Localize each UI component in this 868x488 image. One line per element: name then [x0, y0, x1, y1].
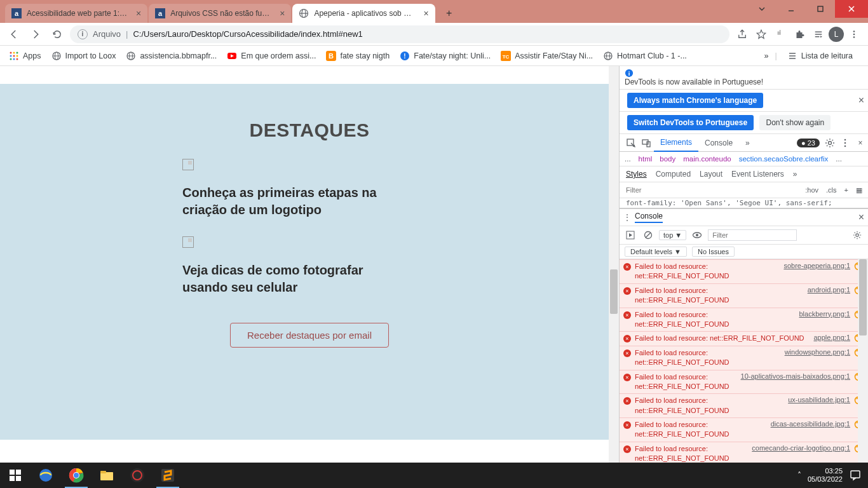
error-source-link[interactable]: android.png:1 — [808, 286, 850, 294]
error-source-link[interactable]: dicas-acessibilidade.jpg:1 — [771, 420, 850, 428]
subtab-computed[interactable]: Computed — [656, 170, 691, 179]
bookmark-apps[interactable]: Apps — [5, 48, 45, 64]
error-source-link[interactable]: apple.png:1 — [814, 334, 851, 341]
cls-toggle[interactable]: .cls — [824, 186, 839, 194]
close-window-button[interactable] — [835, 0, 868, 18]
bookmark-item[interactable]: Hotmart Club - 1 -... — [599, 48, 691, 64]
styles-filter-input[interactable] — [623, 184, 799, 196]
caret-down-icon[interactable] — [747, 0, 776, 18]
bookmark-item[interactable]: TC Assistir Fate/Stay Ni... — [497, 48, 597, 64]
tab-2[interactable]: a Arquivos CSS não estão funciona × — [149, 4, 291, 23]
device-icon[interactable] — [639, 138, 654, 148]
clock[interactable]: 03:25 05/03/2022 — [808, 467, 843, 484]
ie-icon[interactable] — [31, 463, 61, 488]
console-filter-input[interactable] — [708, 229, 797, 241]
breadcrumb-body[interactable]: body — [660, 155, 675, 163]
new-tab-button[interactable]: + — [440, 4, 458, 22]
avatar[interactable]: L — [829, 27, 844, 42]
error-source-link[interactable]: windowsphone.png:1 — [785, 348, 850, 356]
maximize-button[interactable] — [806, 0, 835, 18]
error-source-link[interactable]: sobre-apeperia.png:1 — [783, 262, 850, 269]
console-title[interactable]: Console — [635, 212, 663, 223]
subscribe-button[interactable]: Receber destaques por email — [230, 323, 389, 348]
share-icon[interactable] — [733, 25, 751, 43]
bookmark-item[interactable]: assistencia.bbmapfr... — [122, 48, 220, 64]
inspect-icon[interactable] — [623, 138, 639, 148]
sublime-icon[interactable] — [153, 463, 183, 488]
chrome-icon[interactable] — [61, 463, 92, 488]
extensions-icon[interactable] — [771, 25, 789, 43]
bookmark-item[interactable]: Em que ordem assi... — [223, 48, 320, 64]
box-icon[interactable]: ▦ — [854, 186, 864, 194]
error-badge[interactable]: ● 23 — [797, 139, 820, 147]
scrollbar-thumb[interactable] — [610, 269, 618, 314]
breadcrumb-ellipsis[interactable]: ... — [625, 155, 631, 163]
page-scrollbar[interactable] — [609, 66, 619, 463]
clear-icon[interactable] — [641, 228, 655, 242]
more-icon[interactable] — [837, 138, 853, 148]
scrollbar-thumb[interactable] — [859, 259, 867, 336]
back-button[interactable] — [5, 25, 23, 43]
console-scrollbar[interactable] — [858, 259, 868, 463]
bookmark-item[interactable]: ! Fate/stay night: Unli... — [396, 48, 494, 64]
issues-button[interactable]: No Issues — [692, 247, 735, 257]
plus-icon[interactable]: + — [843, 186, 850, 194]
tab-elements[interactable]: Elements — [654, 134, 698, 152]
error-icon: × — [623, 445, 631, 453]
bookmark-item[interactable]: Import to Loox — [48, 48, 120, 64]
close-icon[interactable]: × — [853, 139, 868, 147]
favicon-a: a — [155, 8, 165, 18]
close-icon[interactable]: × — [858, 95, 864, 106]
more-icon[interactable]: ⋮ — [623, 213, 631, 222]
start-button[interactable] — [0, 463, 31, 488]
error-source-link[interactable]: 10-aplicativos-mais-baixados.png:1 — [741, 372, 850, 380]
gear-icon[interactable] — [850, 228, 864, 242]
chevron-right-icon[interactable]: » — [764, 51, 768, 60]
hov-toggle[interactable]: :hov — [803, 186, 820, 194]
close-icon[interactable]: × — [423, 8, 428, 18]
tab-1[interactable]: a Acessibilidade web parte 1: torna × — [5, 4, 147, 23]
card-heading: Veja dicas de como fotografar usando seu… — [182, 262, 392, 296]
tab-console[interactable]: Console — [698, 134, 739, 152]
chevron-right-icon[interactable]: » — [739, 134, 756, 152]
puzzle-icon[interactable] — [790, 25, 808, 43]
tab-3-active[interactable]: Apeperia - aplicativos sob medid × — [292, 4, 435, 23]
reading-list-link[interactable]: Lista de leitura — [783, 48, 857, 64]
explorer-icon[interactable] — [92, 463, 122, 488]
subtab-listeners[interactable]: Event Listeners — [731, 170, 784, 179]
subtab-styles[interactable]: Styles — [626, 170, 647, 179]
bookmark-item[interactable]: B fate stay nigth — [322, 48, 393, 64]
error-source-link[interactable]: ux-usabilidade.jpg:1 — [788, 396, 850, 403]
error-source-link[interactable]: comecando-criar-logotipo.png:1 — [752, 444, 850, 452]
eye-icon[interactable] — [690, 228, 704, 242]
star-icon[interactable] — [752, 25, 770, 43]
context-select[interactable]: top ▼ — [659, 230, 686, 240]
reload-button[interactable] — [48, 25, 66, 43]
reading-list-icon[interactable] — [810, 25, 827, 43]
error-source-link[interactable]: blackberry.png:1 — [799, 310, 850, 318]
close-icon[interactable]: × — [136, 8, 141, 18]
subtab-layout[interactable]: Layout — [700, 170, 722, 179]
switch-language-button[interactable]: Switch DevTools to Portuguese — [627, 115, 754, 130]
close-icon[interactable]: × — [280, 8, 285, 18]
breadcrumb-section[interactable]: section.secaoSobre.clearfix — [739, 155, 829, 163]
menu-icon[interactable] — [845, 25, 863, 43]
match-language-button[interactable]: Always match Chrome's language — [627, 93, 763, 108]
notification-icon[interactable] — [849, 469, 862, 482]
breadcrumb-html[interactable]: html — [639, 155, 653, 163]
breadcrumb-main[interactable]: main.conteudo — [683, 155, 731, 163]
tray-chevron-icon[interactable]: ˄ — [797, 471, 801, 480]
app-icon[interactable] — [122, 463, 153, 488]
close-icon[interactable]: × — [858, 212, 864, 223]
chevron-right-icon[interactable]: » — [793, 170, 797, 179]
breadcrumb-ellipsis[interactable]: ... — [836, 155, 842, 163]
levels-select[interactable]: Default levels ▼ — [625, 247, 687, 257]
forward-button[interactable] — [27, 25, 44, 43]
svg-text:B: B — [329, 52, 334, 60]
url-field[interactable]: i Arquivo | C:/Users/Lauro/Desktop/Curso… — [70, 25, 729, 43]
play-icon[interactable] — [623, 228, 637, 242]
dont-show-button[interactable]: Don't show again — [759, 115, 831, 130]
info-icon[interactable]: i — [78, 29, 88, 39]
minimize-button[interactable] — [776, 0, 806, 18]
gear-icon[interactable] — [822, 138, 837, 148]
